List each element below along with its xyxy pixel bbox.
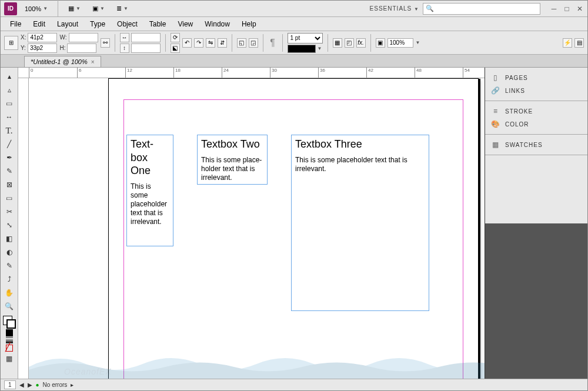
scale-x-icon[interactable]: ↔ [120,33,129,42]
scale-y-icon[interactable]: ↕ [120,44,129,53]
canvas-viewport[interactable]: Text-box OneThis is some placeholder tex… [29,78,485,379]
stroke-color-icon[interactable] [6,319,16,329]
textbox-body: This is some placeholder text that is ir… [295,156,425,173]
apply-color-button[interactable] [6,329,13,336]
search-input[interactable] [436,5,537,12]
eyedropper-tool[interactable]: ⤴ [2,273,16,286]
close-tab-icon[interactable]: × [91,59,95,65]
workspace-switcher[interactable]: ESSENTIALS ▼ [370,5,419,12]
menu-table[interactable]: Table [143,18,172,30]
zoom-dropdown[interactable]: 100% ▼ [21,4,52,14]
flip-vertical-icon[interactable]: ⇵ [218,38,227,48]
pencil-tool[interactable]: ✎ [2,165,16,178]
effects-icon[interactable]: fx. [356,38,366,48]
rotate-90-cw-icon[interactable]: ↷ [194,38,203,48]
select-content-icon[interactable]: ◲ [249,38,258,48]
swatches-icon: ▦ [491,141,500,149]
minimize-button[interactable]: ─ [550,5,558,13]
prev-page-icon[interactable]: ◀ [19,382,24,388]
rectangle-tool[interactable]: ▭ [2,192,16,205]
scale-x-input[interactable] [131,33,161,42]
flip-horizontal-icon[interactable]: ⇋ [206,38,215,48]
free-transform-tool[interactable]: ⤡ [2,219,16,232]
horizontal-ruler[interactable]: 061218243036424854 [18,68,485,78]
menu-help[interactable]: Help [236,18,262,30]
opacity-input[interactable] [387,38,413,48]
next-page-icon[interactable]: ▶ [28,382,32,388]
close-button[interactable]: ✕ [576,5,584,13]
menu-object[interactable]: Object [111,18,143,30]
control-bar: ⊞ X: Y: W: H: ⚯ ↔ ↕ [1,31,587,55]
h-label: H: [59,45,65,51]
selection-tool[interactable]: ▴ [2,70,16,83]
gap-tool[interactable]: ↔ [2,111,16,123]
preflight-status-text[interactable]: No errors [43,382,68,388]
menu-edit[interactable]: Edit [27,18,51,30]
h-input[interactable] [67,44,96,53]
page-number-field[interactable]: 1 [4,380,16,389]
rotate-90-ccw-icon[interactable]: ↶ [182,38,192,48]
search-box[interactable]: 🔍 [423,3,540,15]
textbox-body: This is some place-holder text that is i… [201,156,263,182]
stroke-weight-dropdown[interactable]: 1 pt [288,33,323,44]
panel-menu-icon[interactable]: ▤ [574,38,584,48]
menu-layout[interactable]: Layout [51,18,84,30]
menu-type[interactable]: Type [84,18,111,30]
chevron-down-icon: ▼ [414,6,419,12]
reference-point-icon[interactable]: ⊞ [4,36,18,50]
page-edge [478,79,480,379]
scale-y-input[interactable] [131,44,161,53]
vertical-ruler[interactable] [18,78,29,379]
note-tool[interactable]: ✎ [2,259,16,272]
text-wrap-icon[interactable]: ▦ [333,38,342,48]
constrain-proportions-icon[interactable]: ⚯ [101,38,110,48]
maximize-button[interactable]: □ [563,5,571,13]
select-container-icon[interactable]: ◱ [237,38,246,48]
pen-tool[interactable]: ✒ [2,151,16,164]
hand-tool[interactable]: ✋ [2,286,16,299]
quick-apply-icon[interactable]: ⚡ [563,38,572,48]
corner-options-icon[interactable]: ◰ [345,38,354,48]
fit-content-icon[interactable]: ▣ [376,38,385,48]
panel-color[interactable]: 🎨 COLOR [485,118,587,131]
document-tab[interactable]: *Untitled-1 @ 100% × [24,56,101,67]
panel-stroke[interactable]: ≡ STROKE [485,105,587,118]
workspace-label: ESSENTIALS [370,5,412,12]
view-mode-button[interactable]: ▦ [2,352,16,365]
page-tool[interactable]: ▭ [2,97,16,110]
type-tool[interactable]: T. [2,124,16,137]
y-input[interactable] [28,44,57,53]
shear-icon[interactable]: ⬕ [171,44,180,53]
line-tool[interactable]: ╱ [2,138,16,151]
panel-swatches[interactable]: ▦ SWATCHES [485,138,587,151]
rectangle-frame-tool[interactable]: ⊠ [2,178,16,191]
x-input[interactable] [28,33,57,42]
direct-selection-tool[interactable]: ▵ [2,83,16,96]
apply-none-button[interactable]: ╱ [6,345,13,352]
separator [165,34,166,52]
textbox-title: Text-box One [131,138,169,178]
text-frame[interactable]: Textbox TwoThis is some place-holder tex… [197,135,268,185]
gradient-swatch-tool[interactable]: ◧ [2,232,16,245]
text-frame[interactable]: Textbox ThreeThis is some placeholder te… [291,135,429,311]
menu-file[interactable]: File [4,18,27,30]
text-frame[interactable]: Text-box OneThis is some placeholder tex… [126,135,173,246]
document-page[interactable]: Text-box OneThis is some placeholder tex… [108,78,479,379]
menu-window[interactable]: Window [199,18,236,30]
panel-links[interactable]: 🔗 LINKS [485,84,587,97]
w-input[interactable] [69,33,98,42]
view-options-button[interactable]: ▦ ▼ [64,3,85,14]
fill-stroke-swatch[interactable] [3,316,16,329]
stroke-style-swatch[interactable] [288,45,316,53]
scissors-tool[interactable]: ✂ [2,205,16,218]
ruler-tick: 54 [463,68,511,78]
chevron-down-icon: ▼ [43,6,48,11]
gradient-feather-tool[interactable]: ◐ [2,246,16,259]
zoom-tool[interactable]: 🔍 [2,300,16,313]
arrange-docs-button[interactable]: ≣ ▼ [112,3,132,14]
paragraph-style-icon[interactable]: ¶ [268,38,278,48]
rotate-icon[interactable]: ⟳ [171,33,180,42]
status-menu-icon[interactable]: ▸ [71,382,74,388]
screen-mode-button[interactable]: ▣ ▼ [88,3,109,14]
menu-view[interactable]: View [172,18,199,30]
